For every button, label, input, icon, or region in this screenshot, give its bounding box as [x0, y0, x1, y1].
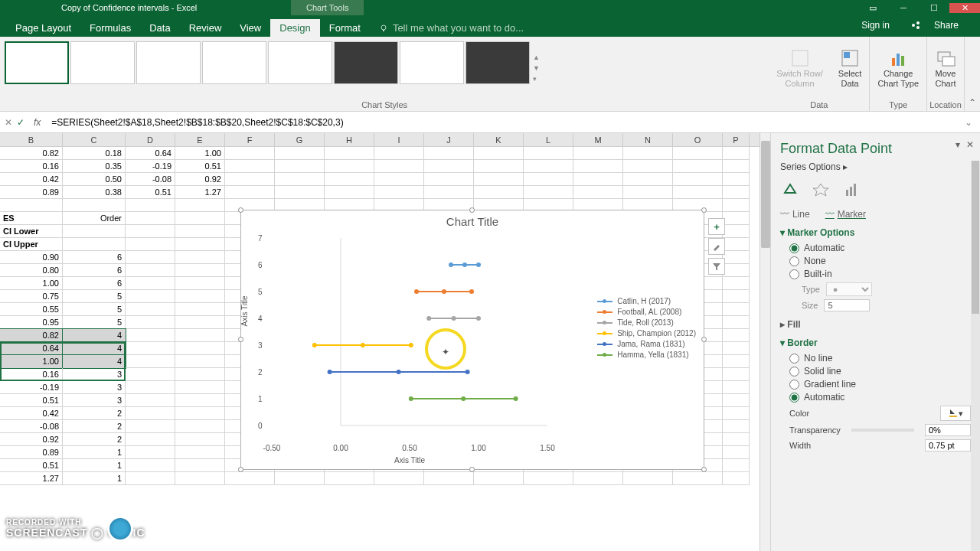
cell[interactable] — [723, 303, 750, 316]
cell[interactable] — [723, 316, 750, 329]
cell[interactable]: 6 — [63, 251, 126, 264]
cancel-formula-icon[interactable]: ✕ — [5, 117, 12, 128]
cell[interactable] — [126, 212, 175, 225]
cell[interactable] — [126, 264, 175, 277]
cell[interactable] — [175, 394, 225, 407]
column-header[interactable]: L — [524, 133, 573, 146]
cell[interactable]: 2 — [63, 433, 126, 446]
maximize-icon[interactable]: ☐ — [919, 3, 949, 13]
cell[interactable] — [175, 433, 225, 446]
cell[interactable] — [723, 433, 750, 446]
column-header[interactable]: I — [374, 133, 424, 146]
cell[interactable] — [175, 381, 225, 394]
cell[interactable] — [723, 459, 750, 472]
line-subtab[interactable]: 〰 Line — [780, 209, 810, 220]
cell[interactable] — [175, 225, 225, 238]
tab-formulas[interactable]: Formulas — [80, 19, 140, 37]
cell[interactable] — [474, 472, 524, 485]
styles-scroll-up-icon[interactable]: ▲ — [531, 52, 542, 63]
cell[interactable] — [126, 238, 175, 251]
cell[interactable]: 3 — [63, 394, 126, 407]
fill-line-tab-icon[interactable] — [780, 180, 800, 200]
tab-design[interactable]: Design — [270, 19, 319, 37]
chart-style-3[interactable] — [136, 41, 201, 84]
cell[interactable]: 0.64 — [0, 342, 63, 355]
cell[interactable]: 1.00 — [0, 355, 63, 368]
cell[interactable] — [175, 212, 225, 225]
legend-item[interactable]: Hamma, Yella (1831) — [597, 350, 696, 359]
cell[interactable] — [723, 186, 750, 199]
cell[interactable] — [623, 472, 673, 485]
cell[interactable]: 5 — [63, 290, 126, 303]
marker-options-section[interactable]: ▾ Marker Options — [780, 227, 971, 238]
resize-handle[interactable] — [469, 467, 475, 472]
border-automatic-radio[interactable]: Automatic — [789, 392, 971, 403]
cell[interactable]: 0.51 — [0, 394, 63, 407]
cell[interactable] — [723, 368, 750, 381]
cell[interactable] — [175, 199, 225, 212]
cell[interactable] — [175, 303, 225, 316]
cell[interactable] — [374, 173, 424, 186]
cell[interactable] — [126, 433, 175, 446]
column-header[interactable]: N — [623, 133, 673, 146]
cell[interactable] — [723, 472, 750, 485]
pane-options-icon[interactable]: ▾ — [956, 139, 960, 150]
cell[interactable] — [175, 264, 225, 277]
cell[interactable]: 0.16 — [0, 160, 63, 173]
chart-style-5[interactable] — [268, 41, 332, 84]
column-header[interactable]: P — [723, 133, 750, 146]
cell[interactable] — [175, 290, 225, 303]
pane-scroll-thumb[interactable] — [972, 161, 979, 314]
marker-automatic-radio[interactable]: Automatic — [789, 243, 971, 253]
tab-page-layout[interactable]: Page Layout — [6, 19, 80, 37]
cell[interactable]: 1.00 — [0, 277, 63, 290]
cell[interactable]: 0.95 — [0, 316, 63, 329]
tell-me-input[interactable]: Tell me what you want to do... — [370, 19, 533, 37]
cell[interactable] — [126, 407, 175, 420]
cell[interactable] — [126, 329, 175, 342]
cell[interactable] — [225, 147, 275, 160]
cell[interactable] — [63, 199, 126, 212]
cell[interactable] — [126, 472, 175, 485]
cell[interactable] — [126, 394, 175, 407]
border-solid-radio[interactable]: Solid line — [789, 366, 971, 377]
cell[interactable] — [573, 147, 623, 160]
cell[interactable] — [374, 160, 424, 173]
cell[interactable]: -0.08 — [0, 420, 63, 433]
cell[interactable]: -0.19 — [126, 160, 175, 173]
cell[interactable]: 0.82 — [0, 147, 63, 160]
cell[interactable]: 1.27 — [175, 186, 225, 199]
column-header[interactable]: M — [573, 133, 623, 146]
cell[interactable] — [673, 186, 723, 199]
cell[interactable]: 0.51 — [0, 459, 63, 472]
cell[interactable] — [325, 472, 374, 485]
cell[interactable] — [723, 147, 750, 160]
column-header[interactable]: E — [175, 133, 225, 146]
cell[interactable] — [275, 160, 325, 173]
cell[interactable] — [723, 407, 750, 420]
cell[interactable] — [175, 342, 225, 355]
cell[interactable] — [275, 147, 325, 160]
cell[interactable]: 5 — [63, 316, 126, 329]
border-color-button[interactable]: ▾ — [940, 406, 971, 421]
styles-scroll-down-icon[interactable]: ▼ — [531, 63, 542, 73]
column-header[interactable]: K — [474, 133, 524, 146]
cell[interactable] — [623, 186, 673, 199]
resize-handle[interactable] — [701, 467, 707, 472]
cell[interactable] — [175, 316, 225, 329]
cell[interactable] — [723, 277, 750, 290]
chart-style-6[interactable] — [334, 41, 398, 84]
cell[interactable] — [723, 394, 750, 407]
cell[interactable]: 1 — [63, 446, 126, 459]
pane-scrollbar[interactable] — [971, 161, 980, 551]
cell[interactable] — [723, 290, 750, 303]
chart-legend[interactable]: Catlin, H (2017)Football, AL (2008)Tide,… — [597, 295, 696, 361]
x-axis-title[interactable]: Axis Title — [394, 456, 425, 465]
resize-handle[interactable] — [238, 337, 243, 342]
tab-data[interactable]: Data — [140, 19, 179, 37]
cell[interactable] — [175, 238, 225, 251]
cell[interactable] — [175, 472, 225, 485]
select-data-button[interactable]: Select Data — [831, 37, 870, 99]
cell[interactable] — [126, 420, 175, 433]
cell[interactable]: 0.38 — [63, 186, 126, 199]
